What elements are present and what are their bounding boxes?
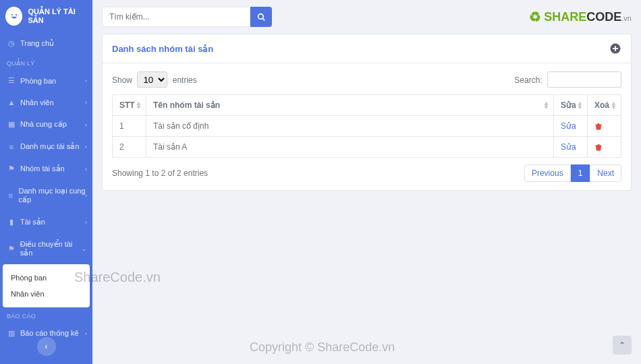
nav-label: Nhân viên [20, 98, 54, 107]
trash-icon [594, 143, 603, 152]
nav-label: Nhà cung cấp [20, 120, 67, 129]
nav-danhmucloai[interactable]: ≡Danh mục loại cung cấp› [0, 180, 92, 211]
show-label-pre: Show [112, 75, 132, 85]
svg-line-4 [262, 18, 264, 20]
add-button[interactable] [609, 42, 621, 55]
table-row: 1 Tài sản cố định Sửa [113, 116, 621, 137]
col-ten[interactable]: Tên nhóm tài sản▲▼ [146, 95, 554, 116]
table-search-input[interactable] [547, 71, 621, 88]
gauge-icon: ◷ [7, 39, 16, 48]
nav-nhanvien[interactable]: ▲Nhân viên› [0, 92, 92, 113]
cell-stt: 2 [113, 137, 146, 158]
nav-label: Báo cáo thống kê [20, 329, 79, 338]
brand-title: QUẢN LÝ TÀI SẢN [28, 7, 87, 25]
nav-home[interactable]: ◷Trang chủ [0, 32, 92, 55]
search-input[interactable] [102, 7, 250, 27]
svg-point-3 [258, 13, 263, 19]
filter-control: Search: [514, 71, 621, 88]
nav-label: Tài sản [20, 218, 45, 226]
svg-point-2 [16, 14, 17, 16]
logo-share: SHARE [544, 10, 586, 24]
nav-danhmuctaisan[interactable]: ≡Danh mục tài sản› [0, 135, 92, 158]
building-icon: ▦ [7, 120, 16, 129]
chevron-right-icon: › [85, 192, 87, 199]
trash-icon [594, 122, 603, 131]
card-body: Show 10 entries Search: STT▲▼ Tên nhóm t… [103, 63, 631, 190]
sidebar-collapse-button[interactable]: ‹ [37, 337, 56, 356]
nav-taisan[interactable]: ▮Tài sản› [0, 211, 92, 233]
length-select[interactable]: 10 [137, 71, 167, 88]
chevron-right-icon: › [85, 330, 87, 337]
folder-icon: ▥ [7, 329, 16, 338]
datatable-controls-top: Show 10 entries Search: [112, 71, 621, 88]
users-icon: ☰ [7, 76, 16, 85]
laugh-icon [5, 7, 22, 26]
user-icon: ▲ [7, 98, 16, 107]
list-icon: ≡ [7, 143, 16, 151]
page-1[interactable]: 1 [571, 164, 590, 182]
nav-label: Phòng ban [20, 77, 56, 85]
submenu-nhanvien[interactable]: Nhân viên [3, 286, 90, 302]
recycle-icon: ♻ [529, 9, 541, 25]
sort-icon: ▲▼ [577, 101, 583, 109]
file-icon: ▮ [7, 218, 16, 226]
sort-icon: ▲▼ [136, 101, 142, 109]
col-sua[interactable]: Sửa▲▼ [554, 95, 588, 116]
nav-phongban[interactable]: ☰Phòng ban› [0, 69, 92, 92]
chevron-right-icon: › [85, 99, 87, 106]
svg-point-1 [11, 14, 13, 16]
cell-ten: Tài sản cố định [146, 116, 554, 137]
nav-label: Trang chủ [20, 39, 54, 48]
submenu-dieuchuyen: Phòng ban Nhân viên [3, 264, 90, 307]
edit-link[interactable]: Sửa [554, 116, 588, 137]
search-icon [257, 13, 266, 22]
edit-link[interactable]: Sửa [554, 137, 588, 158]
chevron-down-icon: ⌄ [82, 245, 87, 252]
datatable-controls-bottom: Showing 1 to 2 of 2 entries Previous 1 N… [112, 164, 621, 182]
nav-nhomtaisan[interactable]: ⚑Nhóm tài sản› [0, 158, 92, 180]
nav-heading-report: BÁO CÁO [0, 307, 92, 322]
cell-stt: 1 [113, 116, 146, 137]
global-search [102, 7, 272, 27]
table-info: Showing 1 to 2 of 2 entries [112, 169, 208, 178]
col-xoa[interactable]: Xoá▲▼ [588, 95, 621, 116]
main: ♻ SHARECODE.vn Danh sách nhóm tài sản Sh… [92, 0, 641, 364]
brand-logo: ♻ SHARECODE.vn [529, 9, 632, 25]
page-prev[interactable]: Previous [524, 164, 571, 182]
svg-point-0 [8, 11, 20, 22]
nav-heading-manage: QUẢN LÝ [0, 55, 92, 69]
delete-button[interactable] [588, 116, 621, 137]
topbar: ♻ SHARECODE.vn [102, 0, 632, 34]
nav-label: Nhóm tài sản [20, 164, 65, 173]
chevron-right-icon: › [85, 78, 87, 84]
nav-label: Danh mục tài sản [20, 142, 79, 151]
submenu-phongban[interactable]: Phòng ban [3, 270, 90, 286]
card-nhomtaisan: Danh sách nhóm tài sản Show 10 entries S… [102, 34, 632, 191]
page-next[interactable]: Next [590, 164, 621, 182]
chevron-right-icon: › [85, 166, 87, 173]
table-row: 2 Tài sản A Sửa [113, 137, 621, 158]
pagination: Previous 1 Next [524, 164, 621, 182]
card-header: Danh sách nhóm tài sản [103, 34, 631, 63]
flag-icon: ⚑ [7, 164, 16, 173]
datatable: STT▲▼ Tên nhóm tài sản▲▼ Sửa▲▼ Xoá▲▼ 1 T… [112, 94, 621, 158]
delete-button[interactable] [588, 137, 621, 158]
plus-circle-icon [609, 42, 621, 55]
sort-icon: ▲▼ [543, 101, 549, 109]
list-icon: ≡ [7, 191, 15, 200]
scroll-top-button[interactable]: ⌃ [613, 336, 632, 355]
cell-ten: Tài sản A [146, 137, 554, 158]
nav-label: Điều chuyển tài sản [20, 240, 86, 257]
col-stt[interactable]: STT▲▼ [113, 95, 146, 116]
search-label: Search: [514, 75, 542, 85]
logo-code: CODE [586, 10, 621, 24]
show-label-post: entries [173, 75, 197, 85]
nav-nhacungcap[interactable]: ▦Nhà cung cấp› [0, 113, 92, 135]
search-button[interactable] [250, 7, 272, 27]
nav-dieuchuyen[interactable]: ⚑Điều chuyển tài sản⌄ [0, 233, 92, 264]
nav-label: Danh mục loại cung cấp [19, 187, 86, 204]
length-control: Show 10 entries [112, 71, 197, 88]
sidebar: QUẢN LÝ TÀI SẢN ◷Trang chủ QUẢN LÝ ☰Phòn… [0, 0, 92, 364]
chevron-up-icon: ⌃ [619, 340, 625, 350]
brand[interactable]: QUẢN LÝ TÀI SẢN [0, 0, 92, 32]
